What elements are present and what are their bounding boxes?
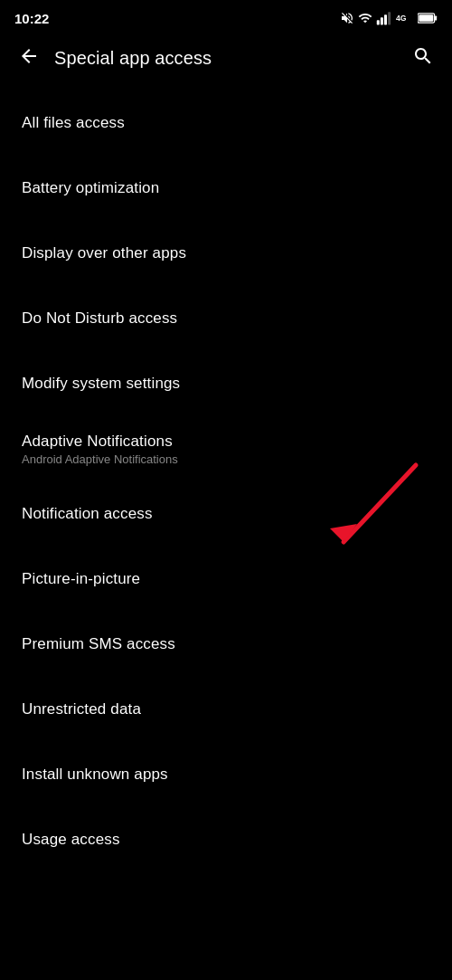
- signal-icon: [376, 11, 392, 25]
- search-button[interactable]: [409, 42, 438, 75]
- status-time: 10:22: [14, 11, 49, 26]
- menu-item-title: Picture-in-picture: [22, 570, 430, 588]
- svg-rect-0: [377, 20, 380, 24]
- svg-rect-7: [419, 14, 433, 22]
- menu-item-battery-optimization[interactable]: Battery optimization: [0, 156, 452, 221]
- menu-item-install-unknown-apps[interactable]: Install unknown apps: [0, 742, 452, 807]
- menu-item-subtitle: Android Adaptive Notifications: [22, 452, 430, 466]
- svg-rect-1: [381, 17, 383, 24]
- menu-item-modify-system-settings[interactable]: Modify system settings: [0, 351, 452, 416]
- menu-item-do-not-disturb-access[interactable]: Do Not Disturb access: [0, 286, 452, 351]
- menu-item-title: All files access: [22, 114, 430, 132]
- menu-item-display-over-other-apps[interactable]: Display over other apps: [0, 221, 452, 286]
- menu-list: All files access Battery optimization Di…: [0, 83, 452, 872]
- svg-rect-6: [435, 15, 437, 20]
- wifi-icon: [358, 11, 372, 25]
- svg-rect-3: [388, 12, 391, 24]
- status-bar: 10:22 4G: [0, 0, 452, 33]
- menu-item-unrestricted-data[interactable]: Unrestricted data: [0, 677, 452, 742]
- menu-item-premium-sms-access[interactable]: Premium SMS access: [0, 612, 452, 677]
- menu-item-usage-access[interactable]: Usage access: [0, 807, 452, 872]
- menu-item-title: Notification access: [22, 505, 430, 523]
- toolbar-title: Special app access: [54, 48, 398, 69]
- menu-item-title: Usage access: [22, 831, 430, 849]
- menu-item-all-files-access[interactable]: All files access: [0, 90, 452, 156]
- status-icons: 4G: [340, 11, 438, 25]
- menu-item-title: Modify system settings: [22, 375, 430, 393]
- menu-item-title: Adaptive Notifications: [22, 433, 430, 451]
- mute-icon: [340, 11, 354, 25]
- battery-icon: [418, 12, 438, 24]
- menu-item-title: Install unknown apps: [22, 766, 430, 784]
- menu-item-picture-in-picture[interactable]: Picture-in-picture: [0, 547, 452, 612]
- menu-item-notification-access[interactable]: Notification access: [0, 481, 452, 547]
- lte-icon: 4G: [396, 11, 414, 25]
- menu-item-title: Do Not Disturb access: [22, 309, 430, 328]
- menu-item-title: Battery optimization: [22, 179, 430, 197]
- toolbar: Special app access: [0, 33, 452, 83]
- svg-rect-2: [384, 14, 387, 24]
- menu-item-title: Premium SMS access: [22, 635, 430, 653]
- svg-text:4G: 4G: [396, 14, 407, 23]
- menu-item-adaptive-notifications[interactable]: Adaptive Notifications Android Adaptive …: [0, 416, 452, 481]
- menu-item-title: Display over other apps: [22, 244, 430, 262]
- back-button[interactable]: [14, 42, 43, 75]
- menu-item-title: Unrestricted data: [22, 700, 430, 718]
